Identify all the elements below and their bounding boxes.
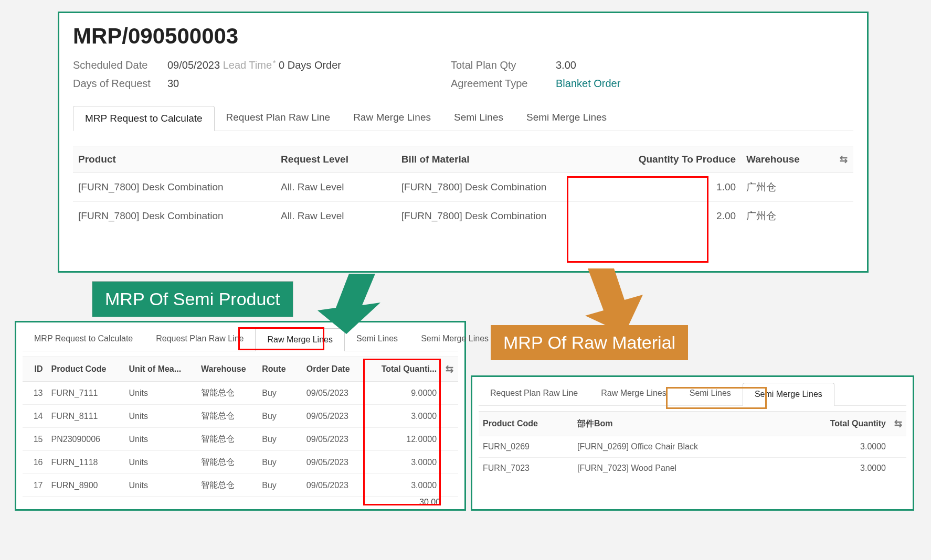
col-code[interactable]: Product Code (47, 357, 125, 382)
cell-date: 09/05/2023 (302, 428, 369, 451)
cell-date: 09/05/2023 (302, 405, 369, 428)
tab-semi-lines[interactable]: Semi Lines (442, 105, 515, 131)
cell-bom: [FURN_0269] Office Chair Black (573, 436, 801, 458)
tab-mrp-request-calculate[interactable]: MRP Request to Calculate (73, 106, 215, 131)
settings-icon[interactable]: ⇆ (894, 418, 902, 429)
cell-code: FURN_0269 (479, 436, 573, 458)
page-title: MRP/090500003 (73, 24, 853, 49)
tab-bl-mrp-request[interactable]: MRP Request to Calculate (23, 328, 144, 351)
col-route[interactable]: Route (258, 357, 302, 382)
col-bom[interactable]: Bill of Material (396, 146, 605, 173)
cell-wh: 广州仓 (741, 173, 834, 202)
tab-semi-merge-lines[interactable]: Semi Merge Lines (515, 105, 618, 131)
cell-id: 16 (23, 451, 47, 474)
cell-route: Buy (258, 405, 302, 428)
highlight-semi-merge-tab (666, 387, 767, 409)
col-date[interactable]: Order Date (302, 357, 369, 382)
cell-code: FURN_1118 (47, 451, 125, 474)
tab-request-plan-raw-line[interactable]: Request Plan Raw Line (215, 105, 342, 131)
top-tabs: MRP Request to Calculate Request Plan Ra… (73, 105, 853, 131)
cell-id: 14 (23, 405, 47, 428)
br-table: Product Code 部件Bom Total Quantity ⇆ FURN… (479, 411, 906, 479)
callout-raw-material: MRP Of Raw Material (491, 325, 688, 360)
cell-wh: 智能总仓 (197, 474, 258, 497)
cell-code: FURN_8900 (47, 474, 125, 497)
tab-raw-merge-lines[interactable]: Raw Merge Lines (342, 105, 442, 131)
col-request-level[interactable]: Request Level (276, 146, 396, 173)
asterisk: * (273, 59, 276, 67)
top-table: Product Request Level Bill of Material Q… (73, 146, 853, 230)
cell-level: All. Raw Level (276, 202, 396, 231)
tab-bl-semi-merge[interactable]: Semi Merge Lines (409, 328, 500, 351)
cell-code: FURN_8111 (47, 405, 125, 428)
col-br-qty[interactable]: Total Quantity (801, 412, 890, 436)
cell-wh: 智能总仓 (197, 382, 258, 405)
cell-bom: [FURN_7023] Wood Panel (573, 458, 801, 479)
table-row[interactable]: FURN_0269[FURN_0269] Office Chair Black3… (479, 436, 906, 458)
col-warehouse[interactable]: Warehouse (741, 146, 834, 173)
col-br-bom[interactable]: 部件Bom (573, 412, 801, 436)
cell-uom: Units (125, 382, 197, 405)
table-row[interactable]: FURN_7023[FURN_7023] Wood Panel3.0000 (479, 458, 906, 479)
cell-uom: Units (125, 474, 197, 497)
cell-code: FURN_7023 (479, 458, 573, 479)
col-id[interactable]: ID (23, 357, 47, 382)
cell-route: Buy (258, 428, 302, 451)
cell-qty: 3.0000 (801, 436, 890, 458)
svg-marker-0 (318, 274, 380, 334)
cell-id: 15 (23, 428, 47, 451)
cell-route: Buy (258, 474, 302, 497)
col-uom[interactable]: Unit of Mea... (125, 357, 197, 382)
table-row[interactable]: [FURN_7800] Desk Combination All. Raw Le… (73, 202, 853, 231)
svg-marker-1 (585, 268, 643, 334)
col-qty-produce[interactable]: Quantity To Produce (604, 146, 741, 173)
cell-wh: 广州仓 (741, 202, 834, 231)
tab-br-request-plan[interactable]: Request Plan Raw Line (479, 382, 589, 405)
meta-row-2: Days of Request 30 Agreement Type Blanke… (73, 78, 853, 90)
total-plan-qty-label: Total Plan Qty (451, 59, 556, 71)
highlight-qty-to-produce (567, 176, 708, 263)
cell-uom: Units (125, 428, 197, 451)
col-product[interactable]: Product (73, 146, 276, 173)
total-plan-qty-value: 3.00 (556, 59, 576, 71)
cell-route: Buy (258, 451, 302, 474)
cell-qty: 3.0000 (801, 458, 890, 479)
col-settings[interactable]: ⇆ (834, 146, 853, 173)
agreement-type-value[interactable]: Blanket Order (556, 78, 620, 90)
col-wh[interactable]: Warehouse (197, 357, 258, 382)
cell-uom: Units (125, 405, 197, 428)
col-settings-bl[interactable]: ⇆ (441, 357, 458, 382)
settings-icon[interactable]: ⇆ (840, 154, 848, 165)
callout-semi-product: MRP Of Semi Product (92, 281, 293, 317)
cell-code: FURN_7111 (47, 382, 125, 405)
scheduled-date-label: Scheduled Date (73, 59, 167, 71)
cell-id: 13 (23, 382, 47, 405)
cell-product: [FURN_7800] Desk Combination (73, 202, 276, 231)
settings-icon[interactable]: ⇆ (446, 364, 453, 374)
tab-br-raw-merge[interactable]: Raw Merge Lines (589, 382, 678, 405)
highlight-raw-merge-tab (238, 327, 324, 350)
arrow-green-icon (318, 274, 386, 337)
scheduled-date-value: 09/05/2023 (167, 59, 220, 71)
col-br-code[interactable]: Product Code (479, 412, 573, 436)
cell-wh: 智能总仓 (197, 428, 258, 451)
cell-date: 09/05/2023 (302, 382, 369, 405)
highlight-total-quantity (363, 359, 441, 505)
mrp-detail-panel: MRP/090500003 Scheduled Date 09/05/2023 … (58, 12, 869, 273)
table-row[interactable]: [FURN_7800] Desk Combination All. Raw Le… (73, 173, 853, 202)
lead-time-note: Lead Time (223, 59, 272, 71)
cell-route: Buy (258, 382, 302, 405)
days-request-value: 30 (167, 78, 179, 90)
col-settings-br[interactable]: ⇆ (890, 412, 906, 436)
cell-wh: 智能总仓 (197, 451, 258, 474)
cell-product: [FURN_7800] Desk Combination (73, 173, 276, 202)
cell-code: PN23090006 (47, 428, 125, 451)
cell-level: All. Raw Level (276, 173, 396, 202)
cell-date: 09/05/2023 (302, 474, 369, 497)
agreement-type-label: Agreement Type (451, 78, 556, 90)
days-request-label: Days of Request (73, 78, 167, 90)
cell-uom: Units (125, 451, 197, 474)
meta-row-1: Scheduled Date 09/05/2023 Lead Time* 0 D… (73, 59, 853, 71)
cell-id: 17 (23, 474, 47, 497)
cell-date: 09/05/2023 (302, 451, 369, 474)
